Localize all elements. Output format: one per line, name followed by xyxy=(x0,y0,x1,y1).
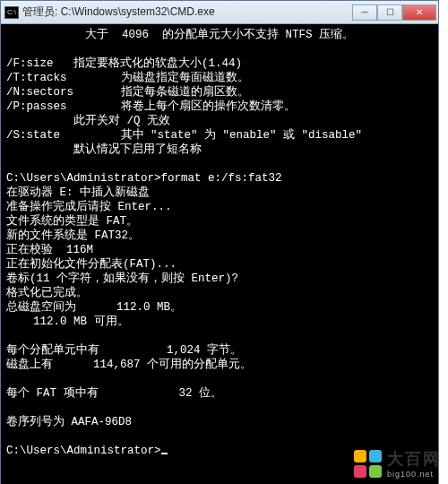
maximize-button[interactable]: ☐ xyxy=(377,4,402,21)
prompt: C:\Users\Administrator> xyxy=(6,445,161,457)
window-controls: ─ ☐ ✕ xyxy=(352,4,436,21)
header-line: 大于 4096 的分配单元大小不支持 NTFS 压缩。 xyxy=(6,28,433,42)
command: format e:/fs:fat32 xyxy=(161,172,282,185)
out-line: 文件系统的类型是 FAT。 xyxy=(6,215,138,228)
out-line: 磁盘上有 114,687 个可用的分配单元。 xyxy=(6,359,252,371)
out-line: 正在校验 116M xyxy=(6,244,93,256)
out-line: 每个 FAT 项中有 32 位。 xyxy=(6,387,222,400)
out-line: 卷序列号为 AAFA-96D8 xyxy=(6,416,132,428)
out-line: 在驱动器 E: 中插入新磁盘 xyxy=(6,186,150,199)
opt-line: /P:passes 将卷上每个扇区的操作次数清零。 xyxy=(6,100,296,113)
out-line: 每个分配单元中有 1,024 字节。 xyxy=(6,344,242,357)
out-line: 格式化已完成。 xyxy=(6,287,88,299)
prompt: C:\Users\Administrator> xyxy=(6,172,161,185)
out-line: 正在初始化文件分配表(FAT)... xyxy=(6,258,177,271)
opt-line: /T:tracks 为磁盘指定每面磁道数。 xyxy=(6,72,249,84)
watermark-logo-icon xyxy=(354,450,382,478)
watermark: 大百网 big100.net xyxy=(354,448,441,479)
window-title: 管理员: C:\Windows\system32\CMD.exe xyxy=(22,4,352,20)
minimize-button[interactable]: ─ xyxy=(352,4,377,21)
opt-line: /F:size 指定要格式化的软盘大小(1.44) xyxy=(6,57,242,70)
out-line: 卷标(11 个字符，如果没有，则按 Enter)? xyxy=(6,272,238,285)
out-line: 112.0 MB 可用。 xyxy=(6,315,129,328)
cmd-icon: C:\ xyxy=(4,6,19,19)
opt-line: /S:state 其中 "state" 为 "enable" 或 "disabl… xyxy=(6,129,362,142)
opt-line: 此开关对 /Q 无效 xyxy=(6,115,170,127)
cmd-window: C:\ 管理员: C:\Windows\system32\CMD.exe ─ ☐… xyxy=(0,0,439,484)
close-button[interactable]: ✕ xyxy=(402,4,436,21)
watermark-text: 大百网 big100.net xyxy=(387,448,441,479)
terminal-output[interactable]: 大于 4096 的分配单元大小不支持 NTFS 压缩。 /F:size 指定要格… xyxy=(1,24,438,484)
titlebar[interactable]: C:\ 管理员: C:\Windows\system32\CMD.exe ─ ☐… xyxy=(1,1,438,24)
out-line: 新的文件系统是 FAT32。 xyxy=(6,229,140,242)
out-line: 准备操作完成后请按 Enter... xyxy=(6,201,172,213)
out-line: 总磁盘空间为 112.0 MB。 xyxy=(6,301,182,314)
opt-line: /N:sectors 指定每条磁道的扇区数。 xyxy=(6,86,249,99)
cursor xyxy=(161,453,168,454)
opt-line: 默认情况下启用了短名称 xyxy=(6,143,202,156)
